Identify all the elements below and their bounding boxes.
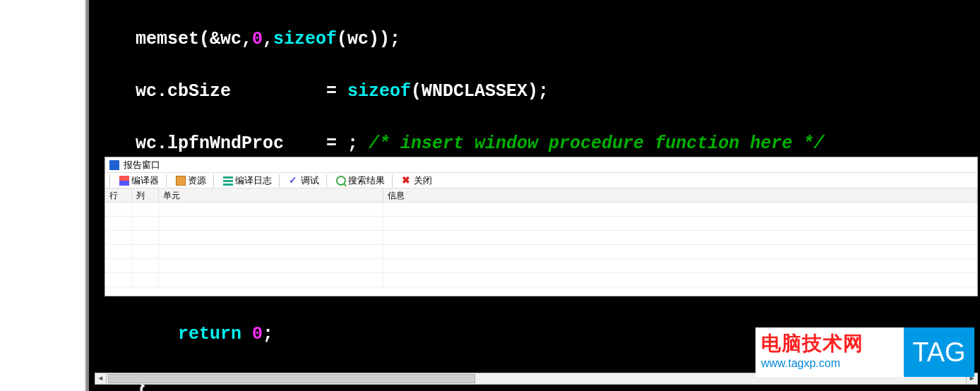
search-icon [336, 176, 346, 186]
scroll-thumb[interactable] [108, 374, 475, 383]
check-icon: ✓ [289, 176, 299, 186]
separator [279, 174, 282, 187]
tab-search[interactable]: 搜索结果 [332, 174, 389, 188]
col-header-unit[interactable]: 单元 [159, 188, 383, 202]
separator [166, 174, 169, 187]
report-grid-body[interactable] [105, 203, 977, 287]
tab-debug[interactable]: ✓调试 [285, 174, 323, 188]
dev-icon [109, 160, 119, 170]
table-row[interactable] [105, 203, 977, 217]
copy-icon [176, 176, 186, 186]
table-row[interactable] [105, 231, 977, 245]
col-header-msg[interactable]: 信息 [383, 188, 977, 202]
tab-resource[interactable]: 资源 [172, 174, 210, 188]
watermark: 电脑技术网 www.tagxp.com TAG [755, 327, 974, 377]
watermark-logo: TAG [904, 327, 974, 377]
code-line: memset(&wc,0,sizeof(wc)); [93, 26, 980, 52]
report-toolbar: 编译器 资源 编译日志 ✓调试 搜索结果 ✖关闭 [105, 173, 977, 188]
separator [213, 174, 216, 187]
separator [326, 174, 329, 187]
table-row[interactable] [105, 273, 977, 287]
close-icon: ✖ [402, 176, 412, 186]
report-window-titlebar[interactable]: 报告窗口 [105, 157, 977, 173]
report-grid-header: 行 列 单元 信息 [105, 188, 977, 203]
watermark-url: www.tagxp.com [761, 357, 898, 370]
table-row[interactable] [105, 217, 977, 231]
col-header-col[interactable]: 列 [132, 188, 159, 202]
bars-icon [223, 176, 233, 186]
editor-gutter [0, 0, 89, 391]
col-header-line[interactable]: 行 [105, 188, 132, 202]
table-row[interactable] [105, 245, 977, 259]
tab-close[interactable]: ✖关闭 [398, 174, 436, 188]
report-window-title: 报告窗口 [124, 159, 160, 172]
code-line: wc.lpfnWndProc = ; /* insert window proc… [93, 131, 980, 157]
tab-compiler[interactable]: 编译器 [115, 174, 163, 188]
report-window: 报告窗口 编译器 资源 编译日志 ✓调试 搜索结果 ✖关闭 行 列 单元 信息 [104, 157, 978, 296]
scroll-left-icon[interactable]: ◄ [95, 373, 107, 384]
watermark-title: 电脑技术网 [761, 330, 898, 357]
grip-icon [109, 174, 112, 187]
tab-buildlog[interactable]: 编译日志 [219, 174, 276, 188]
watermark-text: 电脑技术网 www.tagxp.com [755, 327, 904, 377]
code-line: wc.cbSize = sizeof(WNDCLASSEX); [93, 78, 980, 104]
table-row[interactable] [105, 259, 977, 273]
separator [392, 174, 395, 187]
grid-icon [119, 176, 129, 186]
